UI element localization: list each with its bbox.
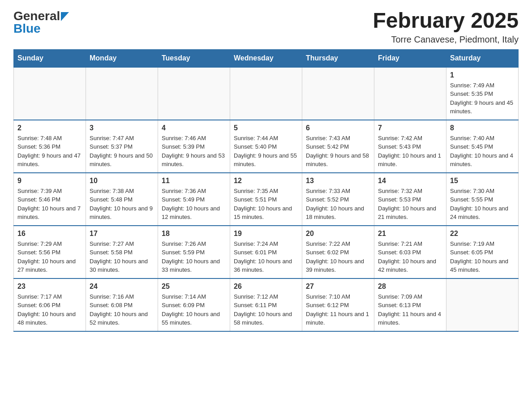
day-number: 20 (306, 230, 370, 238)
day-info: Sunrise: 7:19 AMSunset: 6:05 PMDaylight:… (450, 240, 515, 274)
calendar-day-cell: 26Sunrise: 7:12 AMSunset: 6:11 PMDayligh… (230, 278, 302, 331)
calendar-day-cell: 15Sunrise: 7:30 AMSunset: 5:55 PMDayligh… (446, 173, 519, 226)
day-number: 28 (378, 283, 442, 291)
calendar-day-cell (158, 67, 230, 120)
calendar-header-row: SundayMondayTuesdayWednesdayThursdayFrid… (14, 49, 519, 67)
calendar-day-cell: 18Sunrise: 7:26 AMSunset: 5:59 PMDayligh… (158, 226, 230, 278)
calendar-day-cell: 16Sunrise: 7:29 AMSunset: 5:56 PMDayligh… (14, 226, 86, 278)
day-number: 18 (162, 230, 226, 238)
day-number: 25 (162, 283, 226, 291)
day-info: Sunrise: 7:32 AMSunset: 5:53 PMDaylight:… (378, 187, 442, 222)
calendar-subtitle: Torre Canavese, Piedmont, Italy (373, 34, 519, 45)
calendar-week-row: 16Sunrise: 7:29 AMSunset: 5:56 PMDayligh… (14, 226, 519, 278)
day-number: 22 (450, 230, 515, 238)
day-info: Sunrise: 7:21 AMSunset: 6:03 PMDaylight:… (378, 240, 442, 274)
day-of-week-header: Wednesday (230, 49, 302, 67)
day-info: Sunrise: 7:29 AMSunset: 5:56 PMDaylight:… (17, 240, 82, 274)
calendar-day-cell: 5Sunrise: 7:44 AMSunset: 5:40 PMDaylight… (230, 120, 302, 173)
day-info: Sunrise: 7:43 AMSunset: 5:42 PMDaylight:… (306, 134, 370, 169)
calendar-day-cell: 20Sunrise: 7:22 AMSunset: 6:02 PMDayligh… (302, 226, 374, 278)
day-of-week-header: Sunday (14, 49, 86, 67)
calendar-day-cell: 24Sunrise: 7:16 AMSunset: 6:08 PMDayligh… (86, 278, 158, 331)
day-number: 24 (90, 283, 154, 291)
calendar-day-cell: 14Sunrise: 7:32 AMSunset: 5:53 PMDayligh… (374, 173, 446, 226)
calendar-day-cell: 9Sunrise: 7:39 AMSunset: 5:46 PMDaylight… (14, 173, 86, 226)
calendar-day-cell: 7Sunrise: 7:42 AMSunset: 5:43 PMDaylight… (374, 120, 446, 173)
calendar-day-cell: 25Sunrise: 7:14 AMSunset: 6:09 PMDayligh… (158, 278, 230, 331)
calendar-week-row: 23Sunrise: 7:17 AMSunset: 6:06 PMDayligh… (14, 278, 519, 331)
day-info: Sunrise: 7:10 AMSunset: 6:12 PMDaylight:… (306, 292, 370, 327)
calendar-day-cell: 11Sunrise: 7:36 AMSunset: 5:49 PMDayligh… (158, 173, 230, 226)
day-info: Sunrise: 7:39 AMSunset: 5:46 PMDaylight:… (17, 187, 82, 222)
day-info: Sunrise: 7:27 AMSunset: 5:58 PMDaylight:… (90, 240, 154, 274)
day-number: 4 (162, 124, 226, 132)
day-of-week-header: Thursday (302, 49, 374, 67)
day-info: Sunrise: 7:16 AMSunset: 6:08 PMDaylight:… (90, 292, 154, 327)
calendar-day-cell: 6Sunrise: 7:43 AMSunset: 5:42 PMDaylight… (302, 120, 374, 173)
svg-marker-0 (61, 12, 69, 21)
day-number: 3 (90, 124, 154, 132)
day-number: 9 (17, 177, 82, 185)
calendar-day-cell: 1Sunrise: 7:49 AMSunset: 5:35 PMDaylight… (446, 67, 519, 120)
day-info: Sunrise: 7:14 AMSunset: 6:09 PMDaylight:… (162, 292, 226, 327)
logo-blue-text: Blue (13, 21, 41, 36)
day-info: Sunrise: 7:42 AMSunset: 5:43 PMDaylight:… (378, 134, 442, 169)
calendar-day-cell (14, 67, 86, 120)
calendar-day-cell: 12Sunrise: 7:35 AMSunset: 5:51 PMDayligh… (230, 173, 302, 226)
day-number: 26 (234, 283, 298, 291)
day-number: 6 (306, 124, 370, 132)
day-info: Sunrise: 7:26 AMSunset: 5:59 PMDaylight:… (162, 240, 226, 274)
calendar-title-block: February 2025 Torre Canavese, Piedmont, … (373, 9, 519, 45)
calendar-day-cell (86, 67, 158, 120)
calendar-day-cell: 2Sunrise: 7:48 AMSunset: 5:36 PMDaylight… (14, 120, 86, 173)
calendar-day-cell (230, 67, 302, 120)
day-number: 13 (306, 177, 370, 185)
day-info: Sunrise: 7:38 AMSunset: 5:48 PMDaylight:… (90, 187, 154, 222)
day-info: Sunrise: 7:17 AMSunset: 6:06 PMDaylight:… (17, 292, 82, 327)
day-number: 5 (234, 124, 298, 132)
day-info: Sunrise: 7:47 AMSunset: 5:37 PMDaylight:… (90, 134, 154, 169)
calendar-day-cell: 3Sunrise: 7:47 AMSunset: 5:37 PMDaylight… (86, 120, 158, 173)
page-header: General Blue February 2025 Torre Canaves… (13, 9, 519, 45)
day-number: 7 (378, 124, 442, 132)
day-number: 10 (90, 177, 154, 185)
calendar-day-cell: 17Sunrise: 7:27 AMSunset: 5:58 PMDayligh… (86, 226, 158, 278)
calendar-day-cell (302, 67, 374, 120)
day-info: Sunrise: 7:46 AMSunset: 5:39 PMDaylight:… (162, 134, 226, 169)
day-number: 16 (17, 230, 82, 238)
calendar-table: SundayMondayTuesdayWednesdayThursdayFrid… (13, 49, 519, 332)
day-number: 11 (162, 177, 226, 185)
day-number: 19 (234, 230, 298, 238)
day-number: 21 (378, 230, 442, 238)
day-info: Sunrise: 7:36 AMSunset: 5:49 PMDaylight:… (162, 187, 226, 222)
calendar-title: February 2025 (373, 9, 519, 33)
logo-triangle-icon (61, 12, 69, 23)
day-info: Sunrise: 7:30 AMSunset: 5:55 PMDaylight:… (450, 187, 515, 222)
calendar-day-cell: 22Sunrise: 7:19 AMSunset: 6:05 PMDayligh… (446, 226, 519, 278)
calendar-day-cell (446, 278, 519, 331)
day-number: 2 (17, 124, 82, 132)
calendar-day-cell (374, 67, 446, 120)
day-info: Sunrise: 7:40 AMSunset: 5:45 PMDaylight:… (450, 134, 515, 169)
calendar-day-cell: 13Sunrise: 7:33 AMSunset: 5:52 PMDayligh… (302, 173, 374, 226)
day-info: Sunrise: 7:22 AMSunset: 6:02 PMDaylight:… (306, 240, 370, 274)
calendar-day-cell: 27Sunrise: 7:10 AMSunset: 6:12 PMDayligh… (302, 278, 374, 331)
calendar-week-row: 2Sunrise: 7:48 AMSunset: 5:36 PMDaylight… (14, 120, 519, 173)
day-of-week-header: Tuesday (158, 49, 230, 67)
calendar-day-cell: 10Sunrise: 7:38 AMSunset: 5:48 PMDayligh… (86, 173, 158, 226)
calendar-day-cell: 19Sunrise: 7:24 AMSunset: 6:01 PMDayligh… (230, 226, 302, 278)
day-of-week-header: Friday (374, 49, 446, 67)
day-number: 23 (17, 283, 82, 291)
logo: General Blue (13, 9, 69, 36)
day-number: 12 (234, 177, 298, 185)
day-info: Sunrise: 7:33 AMSunset: 5:52 PMDaylight:… (306, 187, 370, 222)
day-number: 27 (306, 283, 370, 291)
day-number: 8 (450, 124, 515, 132)
day-number: 1 (450, 71, 515, 79)
calendar-day-cell: 4Sunrise: 7:46 AMSunset: 5:39 PMDaylight… (158, 120, 230, 173)
calendar-day-cell: 8Sunrise: 7:40 AMSunset: 5:45 PMDaylight… (446, 120, 519, 173)
calendar-day-cell: 21Sunrise: 7:21 AMSunset: 6:03 PMDayligh… (374, 226, 446, 278)
calendar-day-cell: 28Sunrise: 7:09 AMSunset: 6:13 PMDayligh… (374, 278, 446, 331)
day-number: 14 (378, 177, 442, 185)
day-info: Sunrise: 7:12 AMSunset: 6:11 PMDaylight:… (234, 292, 298, 327)
